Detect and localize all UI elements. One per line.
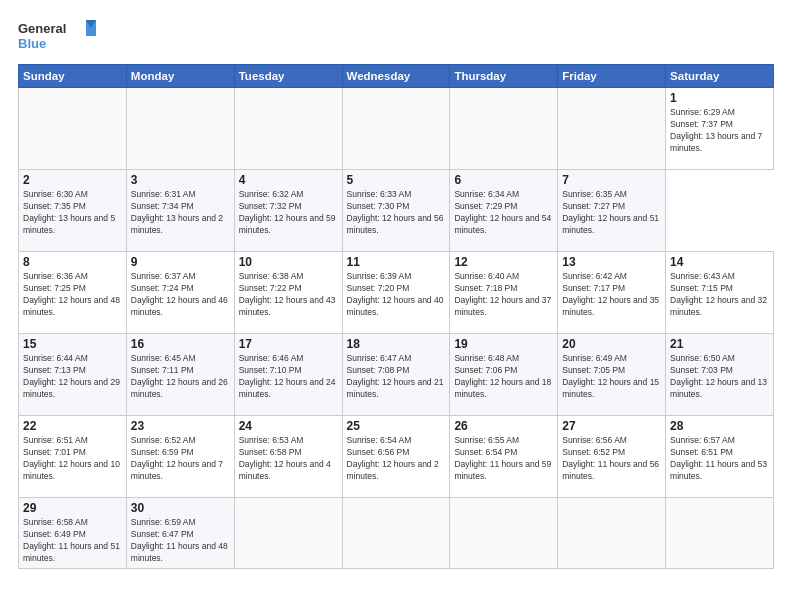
table-row: 22 Sunrise: 6:51 AM Sunset: 7:01 PM Dayl… xyxy=(19,416,127,498)
sunrise: Sunrise: 6:33 AM xyxy=(347,189,412,199)
table-row: 8 Sunrise: 6:36 AM Sunset: 7:25 PM Dayli… xyxy=(19,252,127,334)
sunrise: Sunrise: 6:31 AM xyxy=(131,189,196,199)
day-info: Sunrise: 6:56 AM Sunset: 6:52 PM Dayligh… xyxy=(562,435,661,483)
table-row: 23 Sunrise: 6:52 AM Sunset: 6:59 PM Dayl… xyxy=(126,416,234,498)
table-row: 16 Sunrise: 6:45 AM Sunset: 7:11 PM Dayl… xyxy=(126,334,234,416)
col-thursday: Thursday xyxy=(450,65,558,88)
col-sunday: Sunday xyxy=(19,65,127,88)
sunrise: Sunrise: 6:54 AM xyxy=(347,435,412,445)
day-number: 13 xyxy=(562,255,661,269)
daylight: Daylight: 12 hours and 51 minutes. xyxy=(562,213,659,235)
sunrise: Sunrise: 6:49 AM xyxy=(562,353,627,363)
day-info: Sunrise: 6:49 AM Sunset: 7:05 PM Dayligh… xyxy=(562,353,661,401)
sunrise: Sunrise: 6:44 AM xyxy=(23,353,88,363)
day-number: 27 xyxy=(562,419,661,433)
svg-text:General: General xyxy=(18,21,66,36)
day-info: Sunrise: 6:52 AM Sunset: 6:59 PM Dayligh… xyxy=(131,435,230,483)
sunset: Sunset: 7:11 PM xyxy=(131,365,194,375)
col-friday: Friday xyxy=(558,65,666,88)
daylight: Daylight: 12 hours and 43 minutes. xyxy=(239,295,336,317)
sunset: Sunset: 7:22 PM xyxy=(239,283,302,293)
daylight: Daylight: 12 hours and 26 minutes. xyxy=(131,377,228,399)
sunset: Sunset: 7:35 PM xyxy=(23,201,86,211)
table-row: 17 Sunrise: 6:46 AM Sunset: 7:10 PM Dayl… xyxy=(234,334,342,416)
header: General Blue xyxy=(18,18,774,54)
daylight: Daylight: 12 hours and 35 minutes. xyxy=(562,295,659,317)
table-row: 12 Sunrise: 6:40 AM Sunset: 7:18 PM Dayl… xyxy=(450,252,558,334)
day-number: 21 xyxy=(670,337,769,351)
calendar-header-row: Sunday Monday Tuesday Wednesday Thursday… xyxy=(19,65,774,88)
day-info: Sunrise: 6:35 AM Sunset: 7:27 PM Dayligh… xyxy=(562,189,661,237)
day-info: Sunrise: 6:31 AM Sunset: 7:34 PM Dayligh… xyxy=(131,189,230,237)
table-row: 11 Sunrise: 6:39 AM Sunset: 7:20 PM Dayl… xyxy=(342,252,450,334)
daylight: Daylight: 11 hours and 51 minutes. xyxy=(23,541,120,563)
day-number: 20 xyxy=(562,337,661,351)
sunrise: Sunrise: 6:46 AM xyxy=(239,353,304,363)
table-row: 29 Sunrise: 6:58 AM Sunset: 6:49 PM Dayl… xyxy=(19,498,127,569)
daylight: Daylight: 12 hours and 18 minutes. xyxy=(454,377,551,399)
sunset: Sunset: 7:03 PM xyxy=(670,365,733,375)
daylight: Daylight: 12 hours and 10 minutes. xyxy=(23,459,120,481)
sunset: Sunset: 7:18 PM xyxy=(454,283,517,293)
day-info: Sunrise: 6:48 AM Sunset: 7:06 PM Dayligh… xyxy=(454,353,553,401)
day-info: Sunrise: 6:44 AM Sunset: 7:13 PM Dayligh… xyxy=(23,353,122,401)
daylight: Daylight: 12 hours and 48 minutes. xyxy=(23,295,120,317)
sunset: Sunset: 7:05 PM xyxy=(562,365,625,375)
sunrise: Sunrise: 6:37 AM xyxy=(131,271,196,281)
table-row xyxy=(450,498,558,569)
daylight: Daylight: 13 hours and 7 minutes. xyxy=(670,131,762,153)
sunrise: Sunrise: 6:53 AM xyxy=(239,435,304,445)
col-wednesday: Wednesday xyxy=(342,65,450,88)
sunset: Sunset: 6:54 PM xyxy=(454,447,517,457)
daylight: Daylight: 12 hours and 24 minutes. xyxy=(239,377,336,399)
sunrise: Sunrise: 6:35 AM xyxy=(562,189,627,199)
day-info: Sunrise: 6:50 AM Sunset: 7:03 PM Dayligh… xyxy=(670,353,769,401)
day-info: Sunrise: 6:40 AM Sunset: 7:18 PM Dayligh… xyxy=(454,271,553,319)
sunset: Sunset: 7:17 PM xyxy=(562,283,625,293)
logo: General Blue xyxy=(18,18,98,54)
day-number: 17 xyxy=(239,337,338,351)
day-info: Sunrise: 6:38 AM Sunset: 7:22 PM Dayligh… xyxy=(239,271,338,319)
sunrise: Sunrise: 6:50 AM xyxy=(670,353,735,363)
daylight: Daylight: 11 hours and 48 minutes. xyxy=(131,541,228,563)
sunset: Sunset: 7:25 PM xyxy=(23,283,86,293)
day-info: Sunrise: 6:46 AM Sunset: 7:10 PM Dayligh… xyxy=(239,353,338,401)
sunset: Sunset: 7:20 PM xyxy=(347,283,410,293)
table-row: 14 Sunrise: 6:43 AM Sunset: 7:15 PM Dayl… xyxy=(666,252,774,334)
table-row: 6 Sunrise: 6:34 AM Sunset: 7:29 PM Dayli… xyxy=(450,170,558,252)
sunset: Sunset: 6:58 PM xyxy=(239,447,302,457)
sunrise: Sunrise: 6:32 AM xyxy=(239,189,304,199)
daylight: Daylight: 12 hours and 4 minutes. xyxy=(239,459,331,481)
day-number: 2 xyxy=(23,173,122,187)
sunset: Sunset: 7:30 PM xyxy=(347,201,410,211)
sunrise: Sunrise: 6:47 AM xyxy=(347,353,412,363)
day-info: Sunrise: 6:47 AM Sunset: 7:08 PM Dayligh… xyxy=(347,353,446,401)
day-info: Sunrise: 6:36 AM Sunset: 7:25 PM Dayligh… xyxy=(23,271,122,319)
daylight: Daylight: 12 hours and 29 minutes. xyxy=(23,377,120,399)
table-row: 19 Sunrise: 6:48 AM Sunset: 7:06 PM Dayl… xyxy=(450,334,558,416)
sunset: Sunset: 7:08 PM xyxy=(347,365,410,375)
day-info: Sunrise: 6:45 AM Sunset: 7:11 PM Dayligh… xyxy=(131,353,230,401)
table-row: 25 Sunrise: 6:54 AM Sunset: 6:56 PM Dayl… xyxy=(342,416,450,498)
day-number: 22 xyxy=(23,419,122,433)
table-row xyxy=(234,88,342,170)
table-row xyxy=(558,88,666,170)
table-row: 13 Sunrise: 6:42 AM Sunset: 7:17 PM Dayl… xyxy=(558,252,666,334)
table-row: 24 Sunrise: 6:53 AM Sunset: 6:58 PM Dayl… xyxy=(234,416,342,498)
daylight: Daylight: 12 hours and 2 minutes. xyxy=(347,459,439,481)
day-info: Sunrise: 6:57 AM Sunset: 6:51 PM Dayligh… xyxy=(670,435,769,483)
day-info: Sunrise: 6:51 AM Sunset: 7:01 PM Dayligh… xyxy=(23,435,122,483)
table-row: 5 Sunrise: 6:33 AM Sunset: 7:30 PM Dayli… xyxy=(342,170,450,252)
sunrise: Sunrise: 6:43 AM xyxy=(670,271,735,281)
sunset: Sunset: 6:52 PM xyxy=(562,447,625,457)
table-row: 4 Sunrise: 6:32 AM Sunset: 7:32 PM Dayli… xyxy=(234,170,342,252)
day-number: 11 xyxy=(347,255,446,269)
day-number: 18 xyxy=(347,337,446,351)
sunrise: Sunrise: 6:45 AM xyxy=(131,353,196,363)
day-number: 25 xyxy=(347,419,446,433)
sunset: Sunset: 7:06 PM xyxy=(454,365,517,375)
day-info: Sunrise: 6:39 AM Sunset: 7:20 PM Dayligh… xyxy=(347,271,446,319)
sunrise: Sunrise: 6:56 AM xyxy=(562,435,627,445)
day-info: Sunrise: 6:59 AM Sunset: 6:47 PM Dayligh… xyxy=(131,517,230,565)
day-info: Sunrise: 6:33 AM Sunset: 7:30 PM Dayligh… xyxy=(347,189,446,237)
